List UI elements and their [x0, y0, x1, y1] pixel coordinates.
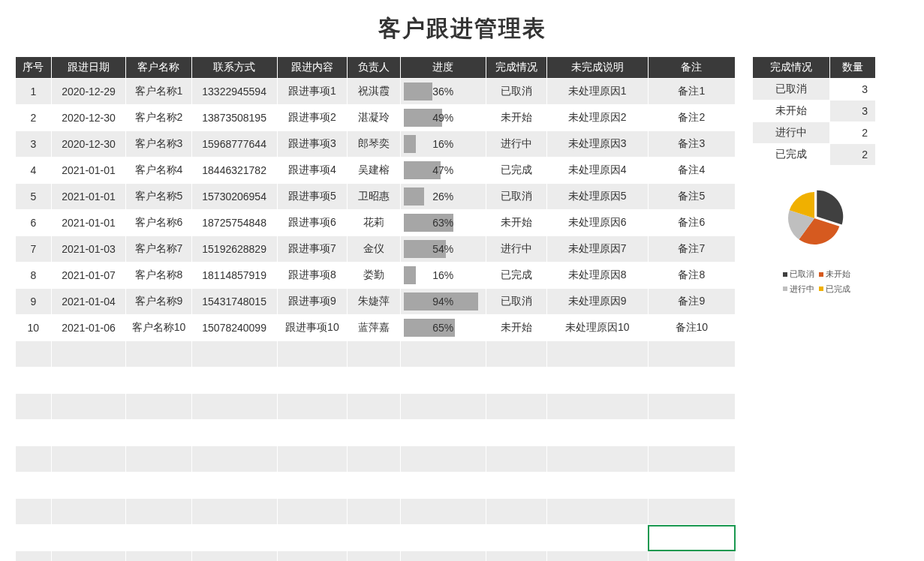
cell-item[interactable]	[277, 341, 347, 368]
cell-item[interactable]	[277, 394, 347, 420]
cell-note[interactable]: 备注7	[648, 236, 735, 262]
cell-customer[interactable]: 客户名称6	[126, 210, 191, 236]
cell-status[interactable]	[486, 368, 546, 394]
cell-responsible[interactable]	[348, 446, 401, 472]
cell-note[interactable]: 备注5	[648, 184, 735, 210]
cell-seq[interactable]	[16, 341, 52, 368]
cell-item[interactable]: 跟进事项6	[277, 210, 347, 236]
cell-item[interactable]: 跟进事项7	[277, 236, 347, 262]
summary-status[interactable]: 未开始	[753, 100, 830, 122]
cell-date[interactable]: 2020-12-29	[51, 79, 126, 105]
cell-responsible[interactable]: 朱婕萍	[348, 289, 401, 315]
cell-responsible[interactable]: 卫昭惠	[348, 184, 401, 210]
cell-progress[interactable]	[400, 551, 486, 562]
summary-count[interactable]: 2	[829, 122, 875, 144]
cell-date[interactable]: 2021-01-03	[51, 236, 126, 262]
cell-note[interactable]: 备注6	[648, 210, 735, 236]
cell-progress[interactable]: 16%	[400, 262, 486, 289]
cell-customer[interactable]: 客户名称4	[126, 158, 191, 184]
cell-customer[interactable]	[126, 499, 191, 525]
cell-status[interactable]: 进行中	[486, 236, 546, 262]
cell-date[interactable]	[51, 341, 126, 368]
cell-responsible[interactable]	[348, 525, 401, 551]
cell-item[interactable]: 跟进事项10	[277, 315, 347, 341]
cell-date[interactable]: 2020-12-30	[51, 131, 126, 158]
cell-note[interactable]	[648, 394, 735, 420]
col-header-item[interactable]: 跟进内容	[277, 57, 347, 79]
cell-seq[interactable]: 10	[16, 315, 52, 341]
cell-phone[interactable]	[191, 420, 277, 446]
cell-customer[interactable]: 客户名称7	[126, 236, 191, 262]
cell-seq[interactable]	[16, 472, 52, 499]
cell-status[interactable]	[486, 394, 546, 420]
cell-date[interactable]: 2021-01-04	[51, 289, 126, 315]
cell-note[interactable]: 备注9	[648, 289, 735, 315]
cell-status[interactable]: 未开始	[486, 210, 546, 236]
cell-phone[interactable]: 15968777644	[191, 131, 277, 158]
cell-reason[interactable]	[546, 472, 648, 499]
cell-reason[interactable]	[546, 420, 648, 446]
cell-seq[interactable]	[16, 420, 52, 446]
cell-note[interactable]: 备注1	[648, 79, 735, 105]
cell-date[interactable]	[51, 499, 126, 525]
cell-progress[interactable]: 65%	[400, 315, 486, 341]
cell-note[interactable]: 备注2	[648, 105, 735, 131]
cell-reason[interactable]: 未处理原因9	[546, 289, 648, 315]
cell-phone[interactable]: 18114857919	[191, 262, 277, 289]
cell-responsible[interactable]: 金仪	[348, 236, 401, 262]
cell-responsible[interactable]	[348, 499, 401, 525]
cell-reason[interactable]: 未处理原因8	[546, 262, 648, 289]
cell-item[interactable]	[277, 446, 347, 472]
cell-item[interactable]	[277, 368, 347, 394]
cell-seq[interactable]	[16, 551, 52, 562]
cell-progress[interactable]	[400, 472, 486, 499]
cell-customer[interactable]: 客户名称5	[126, 184, 191, 210]
cell-phone[interactable]: 13322945594	[191, 79, 277, 105]
cell-phone[interactable]: 15431748015	[191, 289, 277, 315]
cell-status[interactable]: 已取消	[486, 79, 546, 105]
cell-reason[interactable]	[546, 551, 648, 562]
cell-responsible[interactable]	[348, 394, 401, 420]
cell-item[interactable]: 跟进事项4	[277, 158, 347, 184]
cell-responsible[interactable]: 湛凝玲	[348, 105, 401, 131]
cell-note[interactable]	[648, 341, 735, 368]
col-header-note[interactable]: 备注	[648, 57, 735, 79]
cell-customer[interactable]: 客户名称2	[126, 105, 191, 131]
cell-item[interactable]	[277, 499, 347, 525]
cell-customer[interactable]	[126, 525, 191, 551]
cell-reason[interactable]: 未处理原因10	[546, 315, 648, 341]
cell-seq[interactable]	[16, 446, 52, 472]
col-header-progress[interactable]: 进度	[400, 57, 486, 79]
cell-reason[interactable]: 未处理原因3	[546, 131, 648, 158]
cell-status[interactable]	[486, 472, 546, 499]
summary-status[interactable]: 已完成	[753, 144, 830, 166]
cell-reason[interactable]: 未处理原因5	[546, 184, 648, 210]
cell-reason[interactable]: 未处理原因1	[546, 79, 648, 105]
cell-phone[interactable]	[191, 472, 277, 499]
cell-reason[interactable]: 未处理原因7	[546, 236, 648, 262]
cell-status[interactable]	[486, 499, 546, 525]
col-header-date[interactable]: 跟进日期	[51, 57, 126, 79]
cell-note[interactable]: 备注4	[648, 158, 735, 184]
cell-item[interactable]: 跟进事项8	[277, 262, 347, 289]
cell-reason[interactable]	[546, 394, 648, 420]
cell-phone[interactable]	[191, 499, 277, 525]
cell-progress[interactable]	[400, 394, 486, 420]
cell-date[interactable]	[51, 368, 126, 394]
cell-date[interactable]: 2020-12-30	[51, 105, 126, 131]
cell-status[interactable]	[486, 446, 546, 472]
cell-status[interactable]	[486, 525, 546, 551]
cell-customer[interactable]	[126, 368, 191, 394]
summary-status[interactable]: 已取消	[753, 79, 830, 100]
cell-status[interactable]: 已取消	[486, 289, 546, 315]
cell-date[interactable]: 2021-01-07	[51, 262, 126, 289]
cell-seq[interactable]: 6	[16, 210, 52, 236]
cell-status[interactable]: 进行中	[486, 131, 546, 158]
cell-progress[interactable]: 36%	[400, 79, 486, 105]
cell-status[interactable]: 未开始	[486, 315, 546, 341]
cell-progress[interactable]: 26%	[400, 184, 486, 210]
cell-phone[interactable]: 18725754848	[191, 210, 277, 236]
cell-customer[interactable]	[126, 446, 191, 472]
cell-phone[interactable]: 18446321782	[191, 158, 277, 184]
col-header-seq[interactable]: 序号	[16, 57, 52, 79]
